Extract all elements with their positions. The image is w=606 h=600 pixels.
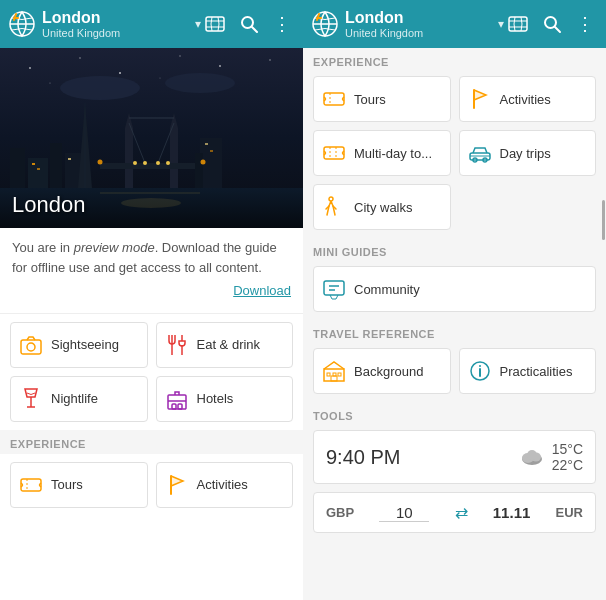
svg-point-13	[159, 77, 160, 78]
right-experience-label: EXPERIENCE	[303, 48, 606, 72]
hero-image: London	[0, 48, 303, 228]
right-more-button[interactable]: ⋮	[572, 9, 598, 39]
right-city-name: London	[345, 9, 496, 27]
left-search-button[interactable]	[235, 10, 263, 38]
svg-rect-33	[37, 168, 40, 170]
svg-point-86	[479, 365, 481, 367]
weather-row: 9:40 PM 15°C 22°C	[313, 430, 596, 484]
hotels-label: Hotels	[197, 391, 234, 406]
svg-point-9	[179, 55, 181, 57]
logo-icon	[8, 10, 36, 38]
right-top-actions: ⋮	[504, 9, 598, 39]
svg-point-11	[269, 59, 271, 61]
weather-icon-area: 15°C 22°C	[518, 441, 583, 473]
glass-icon	[19, 387, 43, 411]
multiday-item[interactable]: Multi-day to...	[313, 130, 451, 176]
ticket-icon-left	[19, 473, 43, 497]
left-main-grid: Sightseeing Eat & drink	[0, 314, 303, 430]
svg-rect-17	[170, 128, 178, 188]
sightseeing-item[interactable]: Sightseeing	[10, 322, 148, 368]
right-tools-label: TOOLS	[303, 402, 606, 426]
scrollbar-indicator	[602, 200, 605, 240]
svg-point-8	[119, 72, 121, 74]
svg-rect-76	[324, 281, 344, 295]
right-globe-button[interactable]	[504, 10, 532, 38]
left-panel: London United Kingdom ▾ ⋮	[0, 0, 303, 600]
tours-label-right: Tours	[354, 92, 386, 107]
svg-point-7	[79, 57, 81, 59]
cloud-icon	[518, 446, 546, 468]
svg-rect-46	[21, 340, 41, 354]
currency-row: GBP ⇄ 11.11 EUR	[313, 492, 596, 533]
citywalks-item[interactable]: City walks	[313, 184, 451, 230]
svg-point-43	[121, 198, 181, 208]
download-link[interactable]: Download	[12, 277, 291, 307]
camera-icon	[19, 333, 43, 357]
right-scroll-area: EXPERIENCE Tours Activities	[303, 48, 606, 600]
nightlife-label: Nightlife	[51, 391, 98, 406]
daytrips-item[interactable]: Day trips	[459, 130, 597, 176]
nightlife-item[interactable]: Nightlife	[10, 376, 148, 422]
background-item[interactable]: Background	[313, 348, 451, 394]
eat-drink-item[interactable]: Eat & drink	[156, 322, 294, 368]
preview-text: You are in preview mode. Download the gu…	[12, 240, 277, 275]
activities-item-right[interactable]: Activities	[459, 76, 597, 122]
practicalities-item[interactable]: Practicalities	[459, 348, 597, 394]
practicalities-label: Practicalities	[500, 364, 573, 379]
daytrips-label: Day trips	[500, 146, 551, 161]
left-city-name: London	[42, 9, 193, 27]
svg-point-37	[133, 161, 137, 165]
tours-item-right[interactable]: Tours	[313, 76, 451, 122]
convert-icon[interactable]: ⇄	[455, 503, 468, 522]
activities-item-left[interactable]: Activities	[156, 462, 294, 508]
community-item[interactable]: Community	[313, 266, 596, 312]
svg-point-40	[166, 161, 170, 165]
right-panel: London United Kingdom ▾ ⋮	[303, 0, 606, 600]
right-search-button[interactable]	[538, 10, 566, 38]
activities-label-right: Activities	[500, 92, 551, 107]
flag-icon-left	[165, 473, 189, 497]
sightseeing-label: Sightseeing	[51, 337, 119, 352]
svg-point-45	[201, 160, 206, 165]
left-globe-button[interactable]	[201, 10, 229, 38]
svg-rect-65	[324, 93, 344, 105]
svg-rect-35	[205, 143, 208, 145]
currency-from-input[interactable]	[379, 504, 429, 522]
tours-item-left[interactable]: Tours	[10, 462, 148, 508]
right-miniguides-label: MINI GUIDES	[303, 238, 606, 262]
right-travelref-label: TRAVEL REFERENCE	[303, 320, 606, 344]
weather-content: 9:40 PM 15°C 22°C	[326, 441, 583, 473]
left-experience-grid: Tours Activities	[0, 454, 303, 516]
currency-to-label: EUR	[556, 505, 583, 520]
svg-point-6	[29, 67, 31, 69]
svg-point-38	[143, 161, 147, 165]
flag-icon-right	[468, 87, 492, 111]
community-icon	[322, 277, 346, 301]
svg-point-12	[49, 82, 50, 83]
hero-city-name: London	[12, 192, 85, 218]
currency-from-label: GBP	[326, 505, 354, 520]
svg-rect-82	[338, 373, 341, 376]
svg-rect-23	[100, 163, 203, 169]
svg-point-10	[219, 65, 221, 67]
svg-point-39	[156, 161, 160, 165]
svg-point-44	[98, 160, 103, 165]
svg-point-14	[60, 76, 140, 100]
svg-rect-2	[206, 17, 224, 31]
right-country-name: United Kingdom	[345, 27, 496, 39]
weather-temp-high: 22°C	[552, 457, 583, 473]
walk-icon	[322, 195, 346, 219]
info-icon	[468, 359, 492, 383]
right-travelref-grid: Background Practicalities	[303, 344, 606, 402]
left-more-button[interactable]: ⋮	[269, 9, 295, 39]
ticket-icon-right	[322, 87, 346, 111]
svg-rect-55	[172, 404, 176, 409]
building-icon	[322, 359, 346, 383]
hotels-item[interactable]: Hotels	[156, 376, 294, 422]
preview-mode-banner: You are in preview mode. Download the gu…	[0, 228, 303, 314]
svg-rect-68	[324, 147, 344, 159]
svg-rect-32	[32, 163, 35, 165]
svg-rect-34	[68, 158, 71, 160]
background-label: Background	[354, 364, 423, 379]
svg-rect-57	[21, 479, 41, 491]
